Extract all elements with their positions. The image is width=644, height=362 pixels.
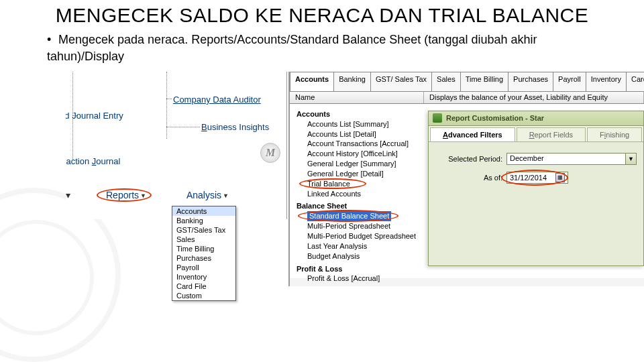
chevron-down-icon: ▼ (140, 192, 146, 199)
input-as-of-date[interactable]: 31/12/2014 ▦ (506, 172, 568, 184)
link-record-journal-entry[interactable]: rd Journal Entry (66, 111, 123, 121)
date-value: 31/12/2014 (510, 174, 547, 182)
tab-advanced-filters[interactable]: Advanced Filters (430, 127, 515, 141)
chevron-down-icon[interactable]: ▼ (625, 154, 636, 164)
tab-banking[interactable]: Banking (333, 72, 371, 91)
tree-connector (166, 99, 172, 99)
combo-value: December (507, 154, 625, 164)
dropdown-item-accounts[interactable]: Accounts (172, 206, 235, 216)
menu-prev-arrow[interactable]: ▾ (66, 190, 70, 200)
window-icon (433, 113, 442, 123)
report-tabs: Accounts Banking GST/ Sales Tax Sales Ti… (290, 72, 644, 92)
calendar-icon[interactable]: ▦ (555, 173, 565, 182)
row-as-of: As of: 31/12/2014 ▦ (435, 172, 637, 184)
col-name: Name (290, 92, 424, 103)
screenshot-composite: rd Journal Entry Company Data Auditor Bu… (0, 72, 644, 313)
tab-card[interactable]: Card (626, 72, 644, 91)
col-desc: Displays the balance of your Asset, Liab… (424, 92, 644, 103)
overlay-titlebar: Report Customisation - Star (429, 111, 643, 126)
dropdown-item-banking[interactable]: Banking (172, 216, 235, 225)
dropdown-item-payroll[interactable]: Payroll (172, 263, 235, 272)
chevron-down-icon: ▼ (223, 192, 229, 199)
overlay-title: Report Customisation - Star (446, 114, 544, 122)
link-business-insights[interactable]: Business Insights (201, 122, 269, 132)
link-transaction-journal[interactable]: saction Journal (66, 156, 120, 166)
report-standard-balance-sheet[interactable]: Standard Balance Sheet (307, 211, 391, 221)
report-pl-accrual[interactable]: Profit & Loss [Accrual] (307, 274, 637, 284)
bottom-menu-bar: ▾ Reports▼ Analysis▼ (106, 190, 287, 200)
tree-connector (166, 127, 200, 127)
dropdown-item-sales[interactable]: Sales (172, 235, 235, 244)
dropdown-item-purchases[interactable]: Purchases (172, 253, 235, 263)
label-selected-period: Selected Period: (435, 155, 502, 163)
tab-gst[interactable]: GST/ Sales Tax (370, 72, 432, 91)
dropdown-item-time-billing[interactable]: Time Billing (172, 244, 235, 253)
tree-connector (72, 115, 73, 159)
row-selected-period: Selected Period: December ▼ (435, 153, 637, 165)
tree-connector (72, 72, 73, 115)
overlay-body: Selected Period: December ▼ As of: 31/12… (429, 142, 643, 201)
label-as-of: As of: (435, 174, 502, 182)
dropdown-item-inventory[interactable]: Inventory (172, 272, 235, 282)
tab-purchases[interactable]: Purchases (508, 72, 553, 91)
column-headers: Name Displays the balance of your Asset,… (290, 92, 644, 104)
reports-dropdown: Accounts Banking GST/Sales Tax Sales Tim… (172, 206, 236, 301)
dropdown-item-card-file[interactable]: Card File (172, 282, 235, 291)
tree-connector (166, 72, 167, 139)
command-centre-panel: rd Journal Entry Company Data Auditor Bu… (66, 72, 287, 219)
tab-sales[interactable]: Sales (431, 72, 461, 91)
myob-logo-icon: M (260, 143, 280, 163)
slide-title: MENGECEK SALDO KE NERACA DAN TRIAL BALAN… (40, 4, 604, 27)
report-customisation-window: Report Customisation - Star Advanced Fil… (428, 111, 644, 266)
tab-finishing[interactable]: Finishing (587, 127, 642, 141)
menu-reports[interactable]: Reports▼ (106, 190, 146, 200)
menu-analysis[interactable]: Analysis▼ (186, 190, 229, 200)
dropdown-item-custom[interactable]: Custom (172, 291, 235, 300)
slide-bullet: • Mengecek pada neraca. Reports/Accounts… (47, 32, 597, 65)
report-trial-balance[interactable]: Trial Balance (307, 180, 350, 188)
overlay-tabs: Advanced Filters Report Fields Finishing (429, 126, 643, 142)
tab-payroll[interactable]: Payroll (553, 72, 586, 91)
combo-selected-period[interactable]: December ▼ (506, 153, 637, 165)
tab-time-billing[interactable]: Time Billing (460, 72, 508, 91)
link-company-data-auditor[interactable]: Company Data Auditor (173, 95, 261, 105)
bullet-text: Mengecek pada neraca. Reports/Accounts/S… (47, 33, 537, 63)
dropdown-item-gst[interactable]: GST/Sales Tax (172, 225, 235, 235)
tab-accounts[interactable]: Accounts (290, 72, 334, 91)
tab-inventory[interactable]: Inventory (586, 72, 627, 91)
tab-report-fields[interactable]: Report Fields (517, 127, 586, 141)
